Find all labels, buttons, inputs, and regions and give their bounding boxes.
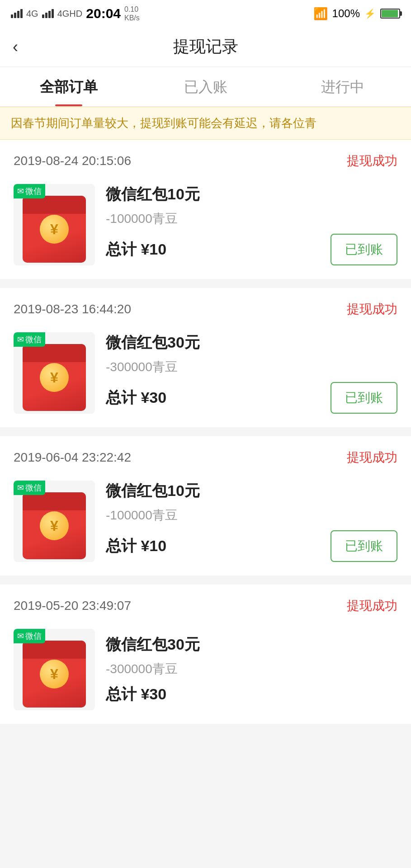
product-name: 微信红包30元 <box>106 634 397 655</box>
wifi-icon: 📶 <box>313 7 328 21</box>
red-envelope-image: ¥ <box>23 641 86 708</box>
order-date: 2019-05-20 23:49:07 <box>14 599 131 613</box>
page-title: 提现记录 <box>173 36 238 58</box>
network-speed: 0.10 KB/s <box>124 5 140 22</box>
tab-all[interactable]: 全部订单 <box>0 77 137 106</box>
order-body: ✉ 微信 ¥ 微信红包30元 -300000青豆 总计 ¥30 <box>0 622 411 724</box>
order-item: 2019-08-23 16:44:20 提现成功 ✉ 微信 ¥ 微信红包30元 … <box>0 288 411 427</box>
signal-4g-label: 4G <box>26 9 38 19</box>
order-status: 提现成功 <box>347 597 397 614</box>
order-date: 2019-08-23 16:44:20 <box>14 302 131 316</box>
status-bar: 4G 4GHD 20:04 0.10 KB/s 📶 100% ⚡ <box>0 0 411 27</box>
total-price: 总计 ¥10 <box>106 239 166 260</box>
product-name: 微信红包10元 <box>106 184 397 205</box>
back-button[interactable]: ‹ <box>13 39 18 55</box>
battery-percentage: 100% <box>332 7 360 20</box>
signal-4ghd-label: 4GHD <box>57 9 83 19</box>
red-envelope-image: ¥ <box>23 492 86 559</box>
total-row: 总计 ¥30 <box>106 684 397 705</box>
order-body: ✉ 微信 ¥ 微信红包10元 -100000青豆 总计 ¥10 已到账 <box>0 473 411 576</box>
total-row: 总计 ¥10 已到账 <box>106 530 397 562</box>
wechat-badge: ✉ 微信 <box>14 629 45 643</box>
order-list: 2019-08-24 20:15:06 提现成功 ✉ 微信 ¥ 微信红包10元 … <box>0 140 411 724</box>
tab-processing[interactable]: 进行中 <box>274 77 411 106</box>
total-row: 总计 ¥30 已到账 <box>106 382 397 414</box>
status-left: 4G 4GHD 20:04 0.10 KB/s <box>11 5 140 22</box>
order-info: 微信红包10元 -100000青豆 总计 ¥10 已到账 <box>106 184 397 265</box>
order-status: 提现成功 <box>347 152 397 170</box>
order-info: 微信红包30元 -300000青豆 总计 ¥30 已到账 <box>106 332 397 414</box>
points-used: -300000青豆 <box>106 660 397 678</box>
order-header: 2019-06-04 23:22:42 提现成功 <box>0 436 411 473</box>
wechat-icon: ✉ <box>17 186 24 196</box>
order-info: 微信红包10元 -100000青豆 总计 ¥10 已到账 <box>106 481 397 562</box>
product-thumbnail: ✉ 微信 ¥ <box>14 629 95 710</box>
wechat-icon: ✉ <box>17 631 24 641</box>
points-used: -100000青豆 <box>106 210 397 227</box>
product-name: 微信红包30元 <box>106 332 397 353</box>
coin-icon: ¥ <box>40 660 69 689</box>
order-body: ✉ 微信 ¥ 微信红包30元 -300000青豆 总计 ¥30 已到账 <box>0 325 411 427</box>
order-date: 2019-08-24 20:15:06 <box>14 154 131 168</box>
arrived-button[interactable]: 已到账 <box>331 382 397 414</box>
total-price: 总计 ¥30 <box>106 387 166 408</box>
wechat-badge: ✉ 微信 <box>14 184 45 198</box>
red-envelope-image: ¥ <box>23 196 86 263</box>
battery-icon <box>380 9 400 19</box>
status-right: 📶 100% ⚡ <box>313 7 400 21</box>
wechat-icon: ✉ <box>17 483 24 493</box>
arrived-button[interactable]: 已到账 <box>331 234 397 265</box>
product-thumbnail: ✉ 微信 ¥ <box>14 481 95 562</box>
order-header: 2019-08-24 20:15:06 提现成功 <box>0 140 411 177</box>
signal-4g-icon <box>11 9 23 18</box>
product-thumbnail: ✉ 微信 ¥ <box>14 332 95 414</box>
signal-4ghd-icon <box>42 9 54 18</box>
order-header: 2019-05-20 23:49:07 提现成功 <box>0 585 411 622</box>
total-price: 总计 ¥30 <box>106 684 166 705</box>
points-used: -100000青豆 <box>106 507 397 524</box>
tab-bar: 全部订单 已入账 进行中 <box>0 67 411 107</box>
coin-icon: ¥ <box>40 363 69 392</box>
product-name: 微信红包10元 <box>106 481 397 501</box>
order-status: 提现成功 <box>347 301 397 318</box>
order-item: 2019-06-04 23:22:42 提现成功 ✉ 微信 ¥ 微信红包10元 … <box>0 436 411 576</box>
page-header: ‹ 提现记录 <box>0 27 411 67</box>
status-time: 20:04 <box>86 6 121 21</box>
order-body: ✉ 微信 ¥ 微信红包10元 -100000青豆 总计 ¥10 已到账 <box>0 177 411 279</box>
wechat-badge: ✉ 微信 <box>14 481 45 495</box>
total-price: 总计 ¥10 <box>106 536 166 557</box>
coin-icon: ¥ <box>40 511 69 540</box>
arrived-button[interactable]: 已到账 <box>331 530 397 562</box>
charging-icon: ⚡ <box>364 8 376 19</box>
order-item: 2019-05-20 23:49:07 提现成功 ✉ 微信 ¥ 微信红包30元 … <box>0 585 411 724</box>
tab-credited[interactable]: 已入账 <box>137 77 274 106</box>
order-date: 2019-06-04 23:22:42 <box>14 450 131 465</box>
order-info: 微信红包30元 -300000青豆 总计 ¥30 <box>106 634 397 705</box>
points-used: -300000青豆 <box>106 359 397 376</box>
product-thumbnail: ✉ 微信 ¥ <box>14 184 95 265</box>
red-envelope-image: ¥ <box>23 344 86 411</box>
notice-banner: 因春节期间订单量较大，提现到账可能会有延迟，请各位青 <box>0 107 411 140</box>
coin-icon: ¥ <box>40 215 69 244</box>
wechat-badge: ✉ 微信 <box>14 332 45 347</box>
order-header: 2019-08-23 16:44:20 提现成功 <box>0 288 411 325</box>
wechat-icon: ✉ <box>17 335 24 344</box>
total-row: 总计 ¥10 已到账 <box>106 234 397 265</box>
order-item: 2019-08-24 20:15:06 提现成功 ✉ 微信 ¥ 微信红包10元 … <box>0 140 411 279</box>
order-status: 提现成功 <box>347 449 397 466</box>
